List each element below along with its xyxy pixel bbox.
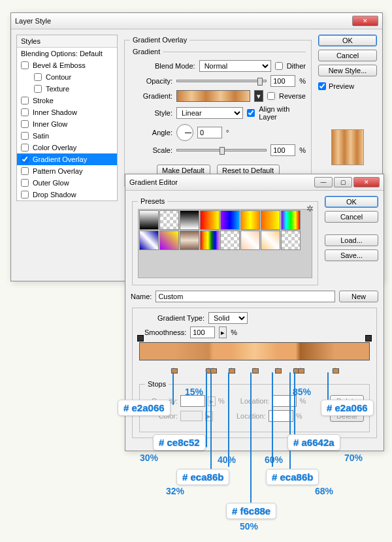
load-button[interactable]: Load... [325, 234, 378, 246]
gradient-stop[interactable] [171, 364, 177, 372]
callout-e2a066-left: # e2a066 [118, 400, 171, 416]
preset-swatch[interactable] [240, 210, 260, 230]
align-checkbox[interactable] [247, 109, 255, 117]
pct-60: 60% [265, 454, 283, 465]
preview-checkbox[interactable] [318, 82, 326, 90]
opacity-label: Opacity: [130, 77, 172, 85]
gradient-stop[interactable] [228, 364, 235, 372]
gradient-type-select[interactable]: Solid [208, 312, 248, 324]
style-select[interactable]: Linear [176, 107, 243, 119]
preset-swatch[interactable] [180, 231, 199, 250]
gradient-stop[interactable] [252, 364, 258, 372]
preset-swatch[interactable] [159, 231, 179, 250]
gradient-stop[interactable] [274, 364, 281, 372]
style-checkbox[interactable] [21, 179, 29, 187]
style-outer-glow[interactable]: Outer Glow [17, 177, 117, 189]
gradient-picker[interactable] [176, 90, 250, 102]
pct-15: 15% [185, 387, 203, 397]
gradient-bar[interactable] [139, 342, 370, 360]
save-button[interactable]: Save... [325, 249, 378, 261]
ge-cancel-button[interactable]: Cancel [325, 211, 378, 223]
style-bevel-emboss[interactable]: Bevel & Emboss [17, 59, 117, 71]
smoothness-stepper-icon[interactable]: ▸ [219, 327, 227, 338]
preset-swatch[interactable] [139, 210, 159, 230]
scale-input[interactable] [270, 144, 295, 156]
styles-header[interactable]: Styles [17, 35, 117, 48]
maximize-icon[interactable]: ▢ [334, 177, 352, 187]
gradient-stop[interactable] [332, 364, 338, 372]
callout-f6c88e: # f6c88e [226, 503, 276, 519]
preset-swatch[interactable] [281, 231, 301, 250]
name-input[interactable] [155, 291, 335, 302]
blending-options-row[interactable]: Blending Options: Default [17, 48, 117, 59]
opacity-slider[interactable] [176, 80, 267, 82]
gradient-stop[interactable] [297, 364, 304, 372]
callout-line [172, 372, 174, 405]
preview-swatch [331, 129, 364, 165]
preset-swatch[interactable] [220, 231, 240, 250]
close-icon[interactable]: ✕ [352, 16, 378, 26]
scale-slider[interactable] [176, 149, 267, 151]
style-pattern-overlay[interactable]: Pattern Overlay [17, 165, 117, 177]
preview-label: Preview [329, 82, 354, 90]
group-label: Gradient Overlay [130, 36, 189, 44]
style-satin[interactable]: Satin [17, 130, 117, 142]
preset-swatch[interactable] [261, 231, 280, 250]
preset-swatch[interactable] [240, 231, 260, 250]
style-checkbox[interactable] [21, 97, 29, 104]
style-texture[interactable]: Texture [17, 83, 117, 95]
callout-eca86b-r: # eca86b [266, 469, 319, 485]
name-label: Name: [131, 293, 152, 300]
cancel-button[interactable]: Cancel [318, 50, 377, 61]
preset-swatch[interactable] [180, 210, 199, 230]
style-checkbox[interactable] [21, 191, 29, 199]
preset-swatch[interactable] [261, 210, 280, 230]
style-checkbox[interactable] [21, 155, 29, 163]
style-inner-glow[interactable]: Inner Glow [17, 118, 117, 130]
style-drop-shadow[interactable]: Drop Shadow [17, 189, 117, 200]
style-contour[interactable]: Contour [17, 71, 117, 83]
style-color-overlay[interactable]: Color Overlay [17, 142, 117, 153]
style-checkbox[interactable] [21, 144, 29, 151]
presets-grid[interactable] [138, 209, 312, 278]
smoothness-input[interactable] [190, 327, 215, 338]
gradient-dropdown-icon[interactable]: ▾ [254, 90, 263, 102]
style-stroke[interactable]: Stroke [17, 95, 117, 106]
gradient-editor-titlebar[interactable]: Gradient Editor ― ▢ ✕ [125, 174, 384, 191]
preset-swatch[interactable] [281, 210, 301, 230]
style-checkbox[interactable] [21, 61, 29, 69]
reverse-checkbox[interactable] [267, 92, 275, 100]
style-checkbox[interactable] [21, 108, 29, 116]
style-checkbox[interactable] [34, 85, 42, 93]
preset-swatch[interactable] [200, 210, 220, 230]
angle-input[interactable] [197, 127, 222, 138]
layer-style-titlebar[interactable]: Layer Style ✕ [11, 13, 382, 29]
ge-ok-button[interactable]: OK [325, 196, 378, 208]
scale-label: Scale: [130, 146, 172, 154]
dither-checkbox[interactable] [275, 62, 283, 70]
preset-swatch[interactable] [220, 210, 240, 230]
style-checkbox[interactable] [34, 73, 42, 81]
gradient-stop[interactable] [210, 364, 216, 372]
preset-swatch[interactable] [200, 231, 220, 250]
style-checkbox[interactable] [21, 132, 29, 140]
opacity-input[interactable] [270, 75, 295, 87]
angle-dial[interactable] [176, 124, 193, 141]
callout-line [210, 372, 212, 480]
ok-button[interactable]: OK [318, 35, 377, 46]
preset-swatch[interactable] [159, 210, 179, 230]
gear-icon[interactable]: ✲ [306, 204, 314, 214]
style-inner-shadow[interactable]: Inner Shadow [17, 106, 117, 118]
smoothness-label: Smoothness: [144, 328, 186, 336]
preset-swatch[interactable] [139, 231, 159, 250]
style-checkbox[interactable] [21, 120, 29, 128]
callout-eca86b-l: # eca86b [176, 469, 229, 485]
close-icon[interactable]: ✕ [353, 177, 380, 187]
style-gradient-overlay[interactable]: Gradient Overlay [17, 153, 117, 165]
style-checkbox[interactable] [21, 167, 29, 175]
callout-a6642a: # a6642a [287, 434, 340, 451]
new-button[interactable]: New [339, 291, 378, 302]
minimize-icon[interactable]: ― [314, 177, 333, 187]
new-style-button[interactable]: New Style... [318, 65, 377, 76]
blend-mode-select[interactable]: Normal [199, 60, 271, 72]
